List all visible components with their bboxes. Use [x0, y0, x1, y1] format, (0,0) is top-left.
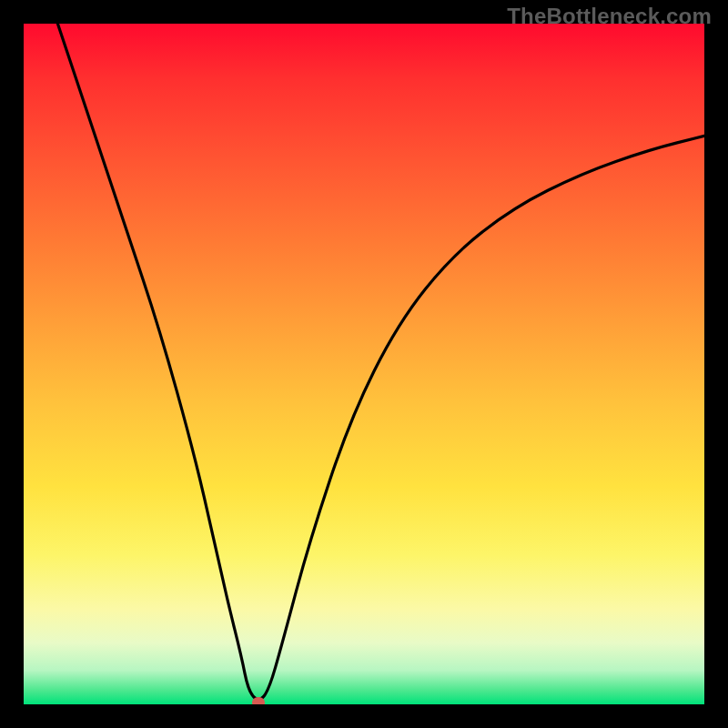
- min-marker: [252, 697, 265, 704]
- bottleneck-curve: [57, 24, 704, 700]
- chart-frame: TheBottleneck.com: [0, 0, 728, 728]
- plot-area: [24, 24, 704, 704]
- curve-svg: [24, 24, 704, 704]
